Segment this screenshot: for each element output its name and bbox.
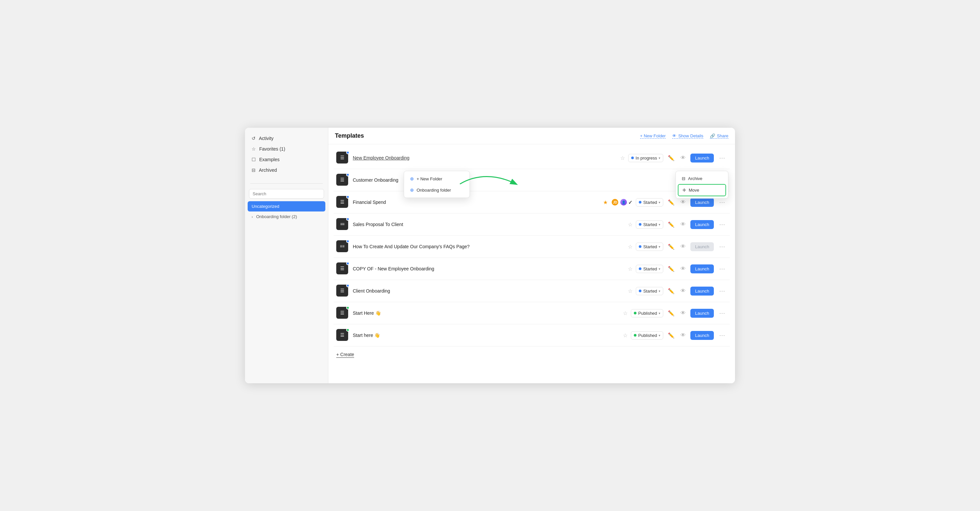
more-options-button[interactable]: ⋯ bbox=[717, 330, 727, 340]
new-folder-option[interactable]: ⊕ + New Folder bbox=[406, 173, 468, 184]
chevron-down-icon: ▾ bbox=[659, 311, 660, 315]
sidebar-item-examples[interactable]: ☐ Examples bbox=[248, 154, 325, 165]
status-badge[interactable]: Published ▾ bbox=[631, 309, 663, 318]
status-dot-indicator bbox=[346, 217, 350, 221]
preview-button[interactable]: 👁 bbox=[679, 287, 687, 295]
chevron-down-icon: ▾ bbox=[659, 223, 660, 227]
main-content: Templates + New Folder 👁 Show Details 🔗 … bbox=[328, 128, 735, 383]
share-button[interactable]: 🔗 Share bbox=[710, 133, 729, 139]
edit-button[interactable]: ✏️ bbox=[667, 220, 676, 229]
more-options-button[interactable]: ⋯ bbox=[717, 153, 727, 163]
template-meta: ☆ Started ▾ ✏️ 👁 Launch ⋯ bbox=[628, 219, 727, 229]
more-options-button[interactable]: ⋯ bbox=[717, 241, 727, 252]
template-name[interactable]: New Employee Onboarding bbox=[353, 155, 616, 161]
edit-button[interactable]: ✏️ bbox=[667, 242, 676, 251]
status-badge[interactable]: Started ▾ bbox=[636, 265, 663, 273]
edit-button[interactable]: ✏️ bbox=[667, 287, 676, 295]
favorite-button[interactable]: ★ bbox=[603, 199, 608, 206]
preview-button[interactable]: 👁 bbox=[679, 198, 687, 206]
status-badge[interactable]: Published ▾ bbox=[631, 331, 663, 340]
more-options-button[interactable]: ⋯ bbox=[717, 308, 727, 318]
folder-uncategorized[interactable]: Uncategorized bbox=[248, 201, 325, 211]
launch-button[interactable]: Launch bbox=[690, 331, 714, 340]
sidebar-item-archived[interactable]: ⊟ Archived bbox=[248, 165, 325, 176]
create-row: + Create bbox=[334, 347, 730, 363]
search-input[interactable] bbox=[249, 189, 324, 199]
move-option[interactable]: ✛ Move bbox=[678, 184, 726, 196]
sidebar-folders: Uncategorized › Onboarding folder (2) bbox=[245, 201, 328, 222]
favorite-button[interactable]: ☆ bbox=[620, 155, 625, 161]
favorite-button[interactable]: ☆ bbox=[628, 244, 633, 250]
favorite-button[interactable]: ☆ bbox=[628, 221, 633, 228]
sidebar-item-favorites[interactable]: ☆ Favorites (1) bbox=[248, 144, 325, 154]
table-row: New Employee Onboarding ☆ In progress ▾ … bbox=[334, 147, 730, 169]
status-dot bbox=[639, 223, 641, 226]
status-dot-indicator bbox=[346, 284, 350, 287]
avatar: JD bbox=[611, 198, 619, 206]
preview-button[interactable]: 👁 bbox=[679, 264, 687, 273]
share-label: Share bbox=[717, 133, 729, 138]
edit-button[interactable]: ✏️ bbox=[667, 198, 676, 207]
avatar-group: JD 👤 ✓ bbox=[611, 198, 633, 206]
more-options-button[interactable]: ⋯ bbox=[717, 219, 727, 229]
more-options-button[interactable]: ⋯ bbox=[717, 286, 727, 296]
template-icon-wrap bbox=[336, 196, 349, 209]
launch-button[interactable]: Launch bbox=[690, 264, 714, 273]
move-option-label: Move bbox=[689, 188, 699, 193]
avatar: 👤 bbox=[620, 198, 628, 206]
preview-button[interactable]: 👁 bbox=[679, 242, 687, 251]
status-dot-indicator bbox=[346, 328, 350, 332]
launch-button[interactable]: Launch bbox=[690, 153, 714, 163]
edit-button[interactable]: ✏️ bbox=[667, 264, 676, 273]
more-options-button[interactable]: ⋯ bbox=[717, 197, 727, 207]
launch-button[interactable]: Launch bbox=[690, 242, 714, 251]
onboarding-folder-option[interactable]: ⊕ Onboarding folder bbox=[406, 184, 468, 196]
chevron-down-icon: ▾ bbox=[659, 289, 660, 293]
favorite-button[interactable]: ☆ bbox=[628, 288, 633, 294]
favorite-button[interactable]: ☆ bbox=[623, 332, 628, 339]
create-button[interactable]: + Create bbox=[336, 352, 354, 358]
chevron-down-icon: ▾ bbox=[659, 156, 660, 160]
favorite-button[interactable]: ☆ bbox=[628, 266, 633, 272]
show-details-button[interactable]: 👁 Show Details bbox=[672, 133, 703, 139]
status-badge[interactable]: Started ▾ bbox=[636, 198, 663, 206]
preview-button[interactable]: 👁 bbox=[679, 153, 687, 162]
sidebar-item-favorites-label: Favorites (1) bbox=[259, 146, 285, 152]
preview-button[interactable]: 👁 bbox=[679, 309, 687, 318]
favorite-button[interactable]: ☆ bbox=[623, 310, 628, 316]
status-label: Started bbox=[643, 289, 657, 294]
template-list: New Employee Onboarding ☆ In progress ▾ … bbox=[328, 144, 735, 383]
launch-button[interactable]: Launch bbox=[690, 220, 714, 229]
status-badge[interactable]: In progress ▾ bbox=[628, 154, 663, 162]
template-name: Financial Spend bbox=[353, 200, 599, 205]
template-meta: ☆ Started ▾ ✏️ 👁 Launch ⋯ bbox=[628, 286, 727, 296]
folder-onboarding-label: Onboarding folder (2) bbox=[256, 214, 297, 219]
status-badge[interactable]: Started ▾ bbox=[636, 243, 663, 251]
chevron-down-icon: ▾ bbox=[659, 245, 660, 249]
preview-button[interactable]: 👁 bbox=[679, 331, 687, 340]
archive-option[interactable]: ⊟ Archive bbox=[678, 173, 726, 184]
status-dot-indicator bbox=[346, 195, 350, 199]
sidebar-item-activity[interactable]: ↺ Activity bbox=[248, 133, 325, 144]
template-icon-wrap bbox=[336, 262, 349, 275]
template-name: Start Here 👋 bbox=[353, 310, 619, 316]
status-label: Started bbox=[643, 200, 657, 205]
status-badge[interactable]: Started ▾ bbox=[636, 287, 663, 295]
status-badge[interactable]: Started ▾ bbox=[636, 220, 663, 229]
launch-button[interactable]: Launch bbox=[690, 287, 714, 295]
edit-button[interactable]: ✏️ bbox=[667, 309, 676, 318]
launch-button[interactable]: Launch bbox=[690, 198, 714, 207]
sidebar-nav: ↺ Activity ☆ Favorites (1) ☐ Examples ⊟ … bbox=[245, 133, 328, 176]
edit-button[interactable]: ✏️ bbox=[667, 331, 676, 340]
template-icon-wrap bbox=[336, 284, 349, 297]
template-name: Client Onboarding bbox=[353, 288, 624, 294]
star-icon: ☆ bbox=[251, 146, 256, 152]
preview-button[interactable]: 👁 bbox=[679, 220, 687, 229]
more-options-button[interactable]: ⋯ bbox=[717, 264, 727, 274]
launch-button[interactable]: Launch bbox=[690, 309, 714, 318]
edit-button[interactable]: ✏️ bbox=[667, 153, 676, 163]
new-folder-button[interactable]: + New Folder bbox=[640, 133, 666, 139]
template-meta: ☆ Started ▾ ✏️ 👁 Launch ⋯ bbox=[628, 264, 727, 274]
folder-uncategorized-label: Uncategorized bbox=[251, 204, 279, 209]
folder-onboarding[interactable]: › Onboarding folder (2) bbox=[248, 211, 325, 222]
